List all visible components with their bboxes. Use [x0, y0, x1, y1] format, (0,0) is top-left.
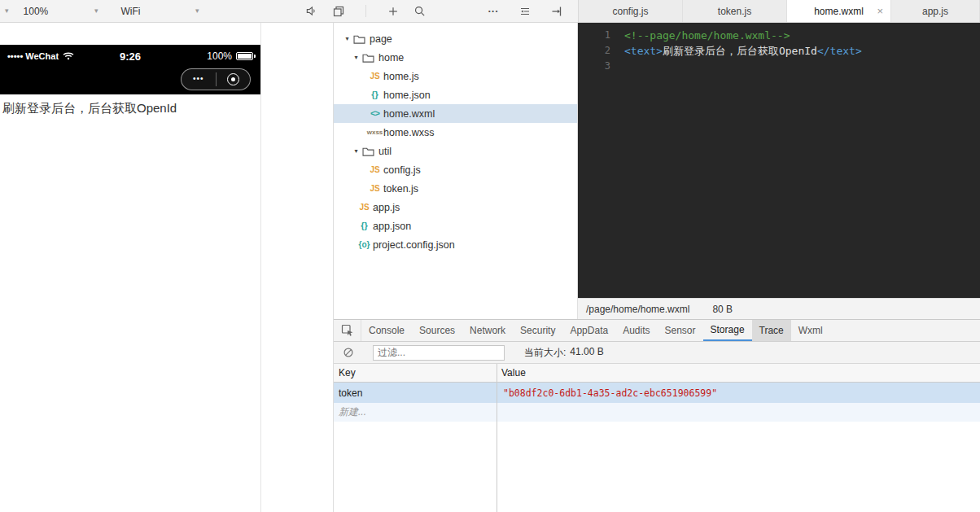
toolbar-icon-group-right: ···	[485, 3, 565, 20]
phone-header: ••••• WeChat 9:26 100%	[0, 45, 260, 94]
tree-item-home-json[interactable]: {} home.json	[334, 85, 577, 104]
clear-icon[interactable]	[340, 344, 357, 361]
tab-app-js[interactable]: app.js	[891, 0, 980, 22]
exit-button[interactable]	[217, 73, 251, 85]
tree-item-config-js[interactable]: JS config.js	[334, 160, 577, 179]
tab-security[interactable]: Security	[513, 320, 562, 341]
folder-label: util	[378, 146, 392, 157]
tree-item-home-js[interactable]: JS home.js	[334, 67, 577, 85]
tab-label: token.js	[718, 6, 751, 17]
table-row[interactable]: token "b08df2c0-6db1-4a35-ad2c-ebc651906…	[334, 383, 980, 403]
close-tab-icon[interactable]: ×	[877, 5, 883, 17]
editor-layout-icon[interactable]	[517, 3, 533, 20]
file-label: app.json	[373, 221, 411, 232]
compile-icon[interactable]	[549, 3, 565, 20]
tree-item-home-wxss[interactable]: wxss home.wxss	[334, 123, 577, 142]
folder-label: home	[378, 52, 404, 63]
tab-label: config.js	[612, 6, 648, 17]
phone-statusbar: ••••• WeChat 9:26 100%	[0, 45, 260, 68]
tab-config-js[interactable]: config.js	[579, 0, 683, 22]
file-label: home.wxss	[383, 127, 435, 138]
tab-console[interactable]: Console	[361, 320, 412, 341]
storage-size: 当前大小: 41.00 B	[524, 346, 604, 360]
upper-area: ▾ page ▾ home JS home.js {}	[334, 23, 980, 319]
battery-group: 100%	[157, 50, 253, 62]
line-number: 2	[578, 43, 610, 59]
toolbar-icon-group-left	[304, 3, 428, 20]
page-text: 刷新登录后台，后台获取OpenId	[2, 101, 177, 115]
caret-down-icon[interactable]: ▾	[351, 147, 361, 155]
new-entry-label: 新建...	[334, 405, 497, 419]
file-path-label: /page/home/home.wxml	[586, 304, 689, 315]
tree-item-util[interactable]: ▾ util	[334, 142, 577, 160]
tab-trace[interactable]: Trace	[752, 320, 791, 341]
sound-icon[interactable]	[304, 3, 320, 20]
tree-item-page[interactable]: ▾ page	[334, 29, 577, 48]
storage-toolbar: 当前大小: 41.00 B	[334, 342, 980, 364]
column-header-key[interactable]: Key	[334, 367, 497, 379]
chevron-down-icon: ▾	[94, 7, 98, 15]
size-label: 当前大小:	[524, 346, 566, 360]
tree-item-app-json[interactable]: {} app.json	[334, 217, 577, 235]
folder-icon	[362, 147, 374, 156]
tab-sources[interactable]: Sources	[412, 320, 462, 341]
file-label: home.js	[383, 71, 419, 82]
right-area: ▾ page ▾ home JS home.js {}	[334, 23, 980, 512]
file-label: token.js	[383, 183, 418, 195]
tree-item-token-js[interactable]: JS token.js	[334, 179, 577, 198]
inspect-element-icon[interactable]	[334, 320, 361, 341]
filter-input[interactable]	[373, 345, 505, 361]
search-icon[interactable]	[412, 3, 428, 20]
tab-network[interactable]: Network	[462, 320, 513, 341]
device-dropdown-caret-icon[interactable]: ▾	[5, 7, 9, 15]
menu-button[interactable]: •••	[182, 75, 216, 83]
code-editor[interactable]: 1 <!--page/home/home.wxml--> 2 <text>刷新登…	[578, 23, 980, 298]
tab-storage[interactable]: Storage	[703, 320, 752, 341]
js-file-icon: JS	[356, 203, 373, 212]
tab-appdata[interactable]: AppData	[562, 320, 615, 341]
tab-sensor[interactable]: Sensor	[658, 320, 703, 341]
json-file-icon: {}	[366, 90, 383, 99]
file-label: app.js	[373, 202, 400, 213]
tree-item-project-config-json[interactable]: {o} project.config.json	[334, 235, 577, 254]
line-number: 1	[578, 28, 610, 43]
caret-down-icon[interactable]: ▾	[351, 54, 361, 61]
tab-home-wxml[interactable]: home.wxml ×	[787, 0, 891, 22]
file-size-label: 80 B	[712, 304, 733, 315]
file-label: config.js	[383, 164, 421, 176]
editor-statusbar: /page/home/home.wxml 80 B	[578, 298, 980, 319]
js-file-icon: JS	[366, 72, 383, 81]
table-header: Key Value	[334, 364, 980, 383]
wxml-file-icon: <>	[366, 109, 383, 118]
cascade-windows-icon[interactable]	[330, 3, 347, 20]
add-icon[interactable]	[385, 3, 401, 20]
code-line: 3	[578, 59, 980, 74]
column-header-value[interactable]: Value	[497, 367, 980, 379]
tree-item-home[interactable]: ▾ home	[334, 48, 577, 67]
new-entry-row[interactable]: 新建...	[334, 403, 980, 422]
config-file-icon: {o}	[356, 241, 373, 249]
storage-table: Key Value token "b08df2c0-6db1-4a35-ad2c…	[334, 364, 980, 512]
file-explorer: ▾ page ▾ home JS home.js {}	[334, 23, 578, 319]
zoom-dropdown[interactable]: 100% ▾	[24, 6, 98, 17]
folder-label: page	[370, 33, 392, 45]
tree-item-home-wxml[interactable]: <> home.wxml	[334, 104, 577, 123]
line-number: 3	[578, 59, 610, 74]
phone-navbar: •••	[0, 68, 260, 94]
tab-wxml[interactable]: Wxml	[791, 320, 830, 341]
more-options-icon[interactable]: ···	[485, 3, 501, 20]
debugger-tabbar: Console Sources Network Security AppData…	[334, 320, 980, 342]
tree-item-app-js[interactable]: JS app.js	[334, 198, 577, 217]
ellipsis-icon: •••	[193, 75, 204, 83]
wxss-file-icon: wxss	[366, 129, 383, 136]
tab-audits[interactable]: Audits	[615, 320, 657, 341]
folder-icon	[362, 53, 374, 63]
tab-label: app.js	[922, 6, 948, 17]
carrier-group: ••••• WeChat	[7, 51, 103, 62]
column-divider[interactable]	[497, 364, 497, 512]
tab-token-js[interactable]: token.js	[683, 0, 787, 22]
caret-down-icon[interactable]: ▾	[342, 35, 352, 42]
code-line: 1 <!--page/home/home.wxml-->	[578, 28, 980, 43]
file-label: home.json	[383, 90, 431, 101]
network-dropdown[interactable]: WiFi ▾	[121, 6, 199, 17]
